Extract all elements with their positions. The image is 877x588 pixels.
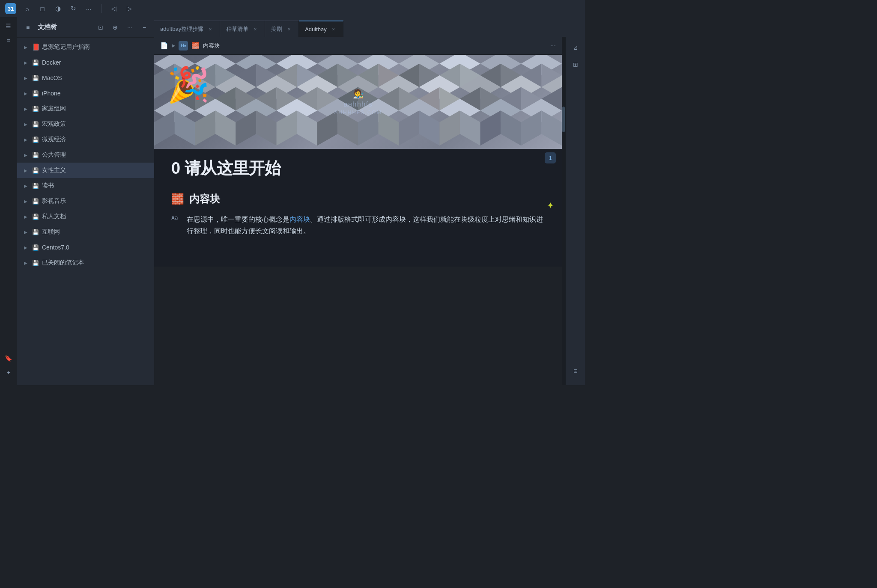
hamburger-button[interactable]: ☰	[2, 20, 15, 33]
item-label: 读书	[42, 182, 151, 190]
sidebar-item-closed[interactable]: ▶ 💾 已关闭的笔记本	[17, 255, 154, 270]
item-icon: 💾	[32, 197, 39, 205]
expand-arrow: ▶	[22, 213, 29, 220]
tag-button[interactable]: ✦	[2, 366, 15, 379]
sidebar-item-private-docs[interactable]: ▶ 💾 私人文档	[17, 209, 154, 224]
dark-section: 1 ✦ 0 请从这里开始 🧱 内容块	[154, 149, 562, 267]
sidebar-item-home-network[interactable]: ▶ 💾 家庭组网	[17, 101, 154, 116]
refresh-button[interactable]: ↻	[69, 4, 78, 13]
tab-close-adultbay[interactable]: ×	[207, 26, 214, 33]
paragraph-row: Aa 在思源中，唯一重要的核心概念是内容块。通过排版格式即可形成内容块，这样我们…	[171, 214, 545, 237]
sidebar: ≡ 文档树 ⊡ ⊕ ··· − ▶ 📕 思源笔记用户指南 ▶ 💾 Doc	[17, 17, 154, 385]
item-label: 影视音乐	[42, 197, 151, 205]
expand-arrow: ▶	[22, 182, 29, 189]
moon-button[interactable]: ◑	[53, 4, 63, 13]
back-button[interactable]: ◁	[109, 4, 119, 13]
tab-close-drama[interactable]: ×	[286, 26, 292, 33]
pin-button[interactable]: ⊕	[110, 22, 121, 33]
expand-arrow: ▶	[22, 244, 29, 251]
sidebar-item-docker[interactable]: ▶ 💾 Docker	[17, 55, 154, 70]
tab-close-grass[interactable]: ×	[252, 26, 259, 33]
item-label: 已关闭的笔记本	[42, 259, 151, 267]
item-icon: 💾	[32, 228, 39, 236]
expand-arrow: ▶	[22, 44, 29, 50]
sidebar-minimize-button[interactable]: −	[139, 22, 150, 33]
sidebar-item-feminism[interactable]: ▶ 💾 女性主义	[17, 163, 154, 178]
item-icon: 💾	[32, 59, 39, 66]
sidebar-menu-button[interactable]: ≡	[21, 21, 34, 34]
item-label: 微观经济	[42, 136, 151, 143]
tab-close-adultbay2[interactable]: ×	[330, 26, 337, 33]
scrollbar-thumb[interactable]	[562, 107, 565, 132]
sidebar-item-reading[interactable]: ▶ 💾 读书	[17, 178, 154, 193]
left-edge-panel: ☰ ≡ 🔖 ✦	[0, 17, 17, 385]
expand-arrow: ▶	[22, 167, 29, 174]
expand-arrow: ▶	[22, 74, 29, 81]
expand-arrow: ▶	[22, 259, 29, 266]
sidebar-item-internet[interactable]: ▶ 💾 互联网	[17, 224, 154, 240]
tree-button[interactable]: ≡	[2, 34, 15, 47]
item-label: 家庭组网	[42, 105, 151, 113]
item-icon: 💾	[32, 244, 39, 251]
more-button[interactable]: ···	[84, 4, 93, 13]
sparkle-icon: ✦	[547, 200, 554, 211]
tab-adultbay[interactable]: adultbay整理步骤 ×	[154, 21, 220, 37]
tab-grass[interactable]: 种草清单 ×	[220, 21, 265, 37]
item-label: 思源笔记用户指南	[42, 43, 151, 51]
tab-adultbay2[interactable]: Adultbay ×	[299, 21, 343, 37]
item-label: 宏观政策	[42, 120, 151, 128]
item-icon: 💾	[32, 136, 39, 143]
expand-arrow: ▶	[22, 136, 29, 143]
search-button[interactable]: ⌕	[22, 4, 32, 13]
section-emoji: 🧱	[171, 193, 184, 205]
doc-icon: 📄	[160, 42, 168, 50]
graph-button[interactable]: ⊞	[568, 57, 583, 72]
expand-arrow: ▶	[22, 90, 29, 97]
document-tree: ▶ 📕 思源笔记用户指南 ▶ 💾 Docker ▶ 💾 MacOS	[17, 38, 154, 385]
tab-drama[interactable]: 美剧 ×	[265, 21, 299, 37]
item-label: 公共管理	[42, 151, 151, 159]
sidebar-item-siyuan-guide[interactable]: ▶ 📕 思源笔记用户指南	[17, 39, 154, 55]
scrollbar[interactable]	[562, 37, 565, 385]
bookmark-button[interactable]: 🔖	[2, 352, 15, 365]
item-icon: 💾	[32, 105, 39, 113]
sidebar-header: ≡ 文档树 ⊡ ⊕ ··· −	[17, 17, 154, 38]
item-icon: 💾	[32, 74, 39, 82]
sidebar-more-button[interactable]: ···	[124, 22, 135, 33]
item-label: Docker	[42, 59, 151, 66]
expand-arrow: ▶	[22, 105, 29, 112]
sidebar-item-iphone[interactable]: ▶ 💾 iPhone	[17, 86, 154, 101]
sidebar-item-micro-economy[interactable]: ▶ 💾 微观经济	[17, 132, 154, 147]
link-button[interactable]: ⊟	[568, 364, 583, 378]
expand-arrow: ▶	[22, 59, 29, 66]
expand-arrow: ▶	[22, 198, 29, 205]
sidebar-title: 文档树	[38, 23, 92, 31]
right-panel: ⊿ ⊞ ⊟	[565, 37, 585, 385]
para-label: Aa	[171, 214, 182, 221]
tab-bar: adultbay整理步骤 × 种草清单 × 美剧 × Adultbay ×	[154, 17, 585, 37]
left-edge-bottom: 🔖 ✦	[2, 352, 15, 383]
breadcrumb-arrow: ▶	[172, 43, 175, 48]
editor-area: 📄 ▶ H₂ 🧱 内容块 ···	[154, 37, 562, 385]
editor-more-button[interactable]: ···	[550, 42, 556, 50]
sidebar-item-public-management[interactable]: ▶ 💾 公共管理	[17, 147, 154, 163]
item-icon: 💾	[32, 259, 39, 267]
section-title: 内容块	[189, 192, 220, 206]
item-icon: 💾	[32, 120, 39, 128]
document-content[interactable]: 🎉 🧑‍🎨 aнhhhfs AHHHHFS.COM 1	[154, 55, 562, 385]
sidebar-item-centos[interactable]: ▶ 💾 Centos7.0	[17, 240, 154, 255]
tab-label: 种草清单	[226, 25, 248, 33]
breadcrumb-emoji: 🧱	[191, 42, 200, 50]
confetti-popper: 🎉	[167, 68, 210, 102]
forward-button[interactable]: ▷	[125, 4, 134, 13]
para-link[interactable]: 内容块	[289, 216, 310, 223]
sidebar-item-macos[interactable]: ▶ 💾 MacOS	[17, 70, 154, 86]
paragraph-text[interactable]: 在思源中，唯一重要的核心概念是内容块。通过排版格式即可形成内容块，这样我们就能在…	[187, 214, 545, 237]
h2-badge: H₂	[179, 41, 188, 50]
sidebar-item-macro-policy[interactable]: ▶ 💾 宏观政策	[17, 116, 154, 132]
fit-button[interactable]: ⊡	[95, 22, 106, 33]
window-button[interactable]: □	[38, 4, 47, 13]
share-button[interactable]: ⊿	[568, 40, 583, 55]
right-panel-bottom: ⊟	[568, 364, 583, 382]
sidebar-item-entertainment[interactable]: ▶ 💾 影视音乐	[17, 193, 154, 209]
